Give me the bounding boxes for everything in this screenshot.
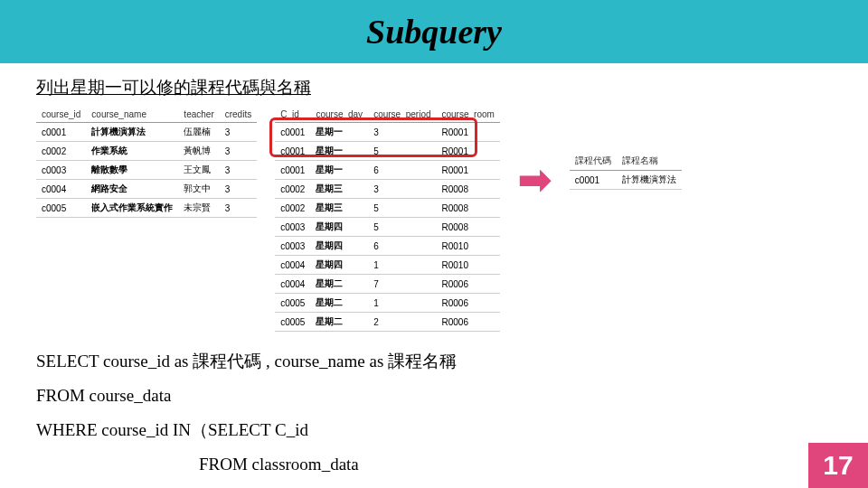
table-row: c0003星期四6R0010 bbox=[275, 237, 500, 256]
table-cell: 1 bbox=[368, 256, 436, 275]
slide-title: Subquery bbox=[366, 12, 502, 52]
table-cell: 7 bbox=[368, 275, 436, 294]
table-cell: R0010 bbox=[437, 237, 500, 256]
tables-area: course_id course_name teacher credits c0… bbox=[36, 107, 832, 332]
table-cell: R0006 bbox=[437, 275, 500, 294]
table-row: c0001星期一3R0001 bbox=[275, 123, 500, 142]
table-cell: 伍麗楠 bbox=[178, 123, 219, 142]
table-cell: c0004 bbox=[275, 275, 310, 294]
table-cell: 星期四 bbox=[310, 256, 368, 275]
table-cell: 星期一 bbox=[310, 161, 368, 180]
table-cell: 嵌入式作業系統實作 bbox=[86, 199, 178, 218]
table-row: c0004網路安全郭文中3 bbox=[36, 180, 257, 199]
table-cell: R0001 bbox=[437, 161, 500, 180]
table-cell: 星期三 bbox=[310, 199, 368, 218]
table-header-row: course_id course_name teacher credits bbox=[36, 107, 257, 123]
table-row: c0001星期一5R0001 bbox=[275, 142, 500, 161]
table-cell: c0003 bbox=[36, 161, 86, 180]
table-row: c0001星期一6R0001 bbox=[275, 161, 500, 180]
table-cell: c0002 bbox=[275, 180, 310, 199]
table-cell: c0001 bbox=[36, 123, 86, 142]
th: teacher bbox=[178, 107, 219, 123]
table-cell: 1 bbox=[368, 294, 436, 313]
sql-line: FROM course_data bbox=[36, 379, 832, 413]
question-text: 列出星期一可以修的課程代碼與名稱 bbox=[36, 76, 832, 99]
table-cell: 星期一 bbox=[310, 123, 368, 142]
table-cell: c0001 bbox=[570, 171, 617, 190]
table-cell: R0001 bbox=[437, 142, 500, 161]
table-cell: 6 bbox=[368, 161, 436, 180]
th: 課程名稱 bbox=[617, 152, 682, 171]
table-cell: 星期四 bbox=[310, 218, 368, 237]
table-cell: R0010 bbox=[437, 256, 500, 275]
table-row: c0005嵌入式作業系統實作未宗賢3 bbox=[36, 199, 257, 218]
table-cell: 3 bbox=[220, 199, 257, 218]
table-cell: c0005 bbox=[275, 294, 310, 313]
th: C_id bbox=[275, 107, 310, 123]
table-cell: 離散數學 bbox=[86, 161, 178, 180]
sql-line: SELECT course_id as 課程代碼 , course_name a… bbox=[36, 344, 832, 379]
table-cell: 5 bbox=[368, 218, 436, 237]
table-cell: 郭文中 bbox=[178, 180, 219, 199]
table-cell: R0008 bbox=[437, 218, 500, 237]
page-number: 17 bbox=[808, 443, 868, 488]
table-cell: 星期二 bbox=[310, 275, 368, 294]
table-cell: 5 bbox=[368, 142, 436, 161]
table-cell: 3 bbox=[220, 142, 257, 161]
table-cell: c0004 bbox=[275, 256, 310, 275]
sql-line: WHERE course_id IN（SELECT C_id bbox=[36, 413, 832, 447]
table-cell: c0001 bbox=[275, 123, 310, 142]
th: course_name bbox=[86, 107, 178, 123]
result-table: 課程代碼 課程名稱 c0001計算機演算法 bbox=[570, 152, 682, 190]
table-cell: 2 bbox=[368, 313, 436, 332]
table-cell: c0004 bbox=[36, 180, 86, 199]
table-row: c0003離散數學王文鳳3 bbox=[36, 161, 257, 180]
table-row: c0002星期三5R0008 bbox=[275, 199, 500, 218]
table-cell: 3 bbox=[368, 180, 436, 199]
classroom-table-wrap: C_id course_day course_period course_roo… bbox=[275, 107, 500, 332]
table-row: c0004星期四1R0010 bbox=[275, 256, 500, 275]
table-cell: c0003 bbox=[275, 218, 310, 237]
th: credits bbox=[220, 107, 257, 123]
table-row: c0005星期二1R0006 bbox=[275, 294, 500, 313]
sql-line: WHERE course_day = '星期一') bbox=[36, 482, 832, 488]
arrow-icon: ➡ bbox=[518, 161, 552, 201]
table-row: c0004星期二7R0006 bbox=[275, 275, 500, 294]
sql-line: FROM classroom_data bbox=[36, 447, 832, 482]
table-cell: c0005 bbox=[36, 199, 86, 218]
table-cell: 5 bbox=[368, 199, 436, 218]
table-row: c0005星期二2R0006 bbox=[275, 313, 500, 332]
table-cell: c0003 bbox=[275, 237, 310, 256]
th: course_period bbox=[368, 107, 436, 123]
table-cell: R0006 bbox=[437, 313, 500, 332]
table-row: c0001計算機演算法伍麗楠3 bbox=[36, 123, 257, 142]
table-cell: c0005 bbox=[275, 313, 310, 332]
table-header-row: C_id course_day course_period course_roo… bbox=[275, 107, 500, 123]
table-cell: R0008 bbox=[437, 199, 500, 218]
table-cell: R0008 bbox=[437, 180, 500, 199]
content-area: 列出星期一可以修的課程代碼與名稱 course_id course_name t… bbox=[0, 63, 868, 488]
table-cell: c0001 bbox=[275, 161, 310, 180]
table-header-row: 課程代碼 課程名稱 bbox=[570, 152, 682, 171]
table-cell: 星期一 bbox=[310, 142, 368, 161]
table-cell: 黃帆博 bbox=[178, 142, 219, 161]
table-row: c0002星期三3R0008 bbox=[275, 180, 500, 199]
table-cell: 星期三 bbox=[310, 180, 368, 199]
table-cell: c0001 bbox=[275, 142, 310, 161]
table-cell: 3 bbox=[220, 161, 257, 180]
th: course_day bbox=[310, 107, 368, 123]
sql-block: SELECT course_id as 課程代碼 , course_name a… bbox=[36, 344, 832, 488]
table-cell: 王文鳳 bbox=[178, 161, 219, 180]
table-cell: 3 bbox=[220, 123, 257, 142]
table-cell: 星期四 bbox=[310, 237, 368, 256]
table-cell: 計算機演算法 bbox=[86, 123, 178, 142]
table-cell: 3 bbox=[220, 180, 257, 199]
table-cell: 作業系統 bbox=[86, 142, 178, 161]
table-cell: 6 bbox=[368, 237, 436, 256]
table-cell: R0006 bbox=[437, 294, 500, 313]
table-cell: c0002 bbox=[36, 142, 86, 161]
table-cell: 3 bbox=[368, 123, 436, 142]
th: course_id bbox=[36, 107, 86, 123]
th: course_room bbox=[437, 107, 500, 123]
th: 課程代碼 bbox=[570, 152, 617, 171]
